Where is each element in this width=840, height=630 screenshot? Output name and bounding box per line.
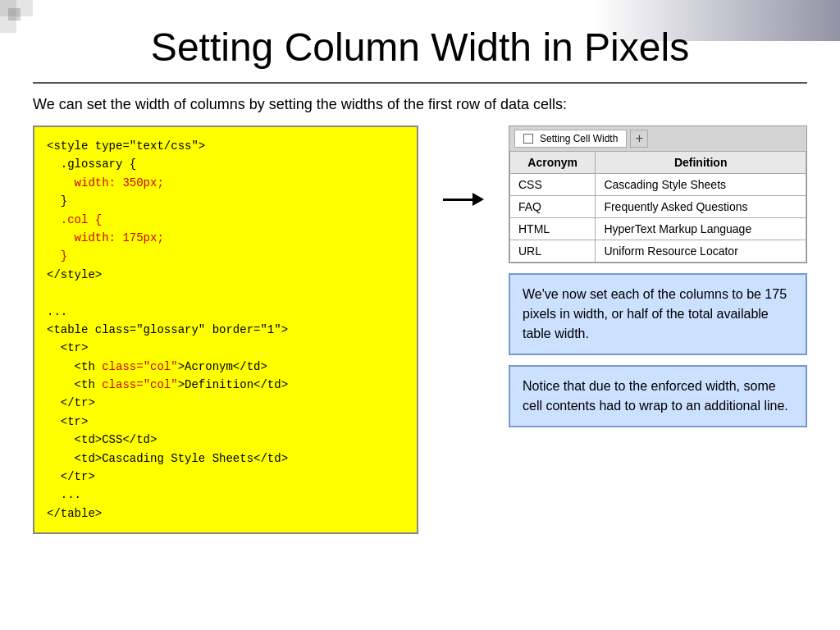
cell-def-faq: Frequently Asked Questions bbox=[596, 196, 806, 218]
code-line-16: <td>CSS</td> bbox=[47, 433, 157, 446]
code-line-13: <th class="col">Definition</td> bbox=[47, 378, 288, 391]
code-line-6: width: 175px; bbox=[47, 231, 164, 244]
page-title: Setting Column Width in Pixels bbox=[33, 16, 807, 70]
cell-def-url: Uniform Resource Locator bbox=[596, 240, 806, 262]
table-row: CSS Cascading Style Sheets bbox=[510, 174, 806, 196]
browser-mockup: Setting Cell Width + Acronym Definition … bbox=[509, 126, 807, 263]
tab-checkbox-icon bbox=[523, 134, 533, 144]
arrow-head bbox=[472, 193, 484, 206]
code-block: <style type="text/css"> .glossary { widt… bbox=[33, 126, 418, 534]
code-line-12: <th class="col">Acronym</td> bbox=[47, 360, 267, 373]
tab-plus-button[interactable]: + bbox=[630, 130, 648, 148]
cell-def-css: Cascading Style Sheets bbox=[596, 174, 806, 196]
right-panel: Setting Cell Width + Acronym Definition … bbox=[509, 126, 807, 427]
info-box-2-text: Notice that due to the enforced width, s… bbox=[523, 379, 788, 413]
code-line-7: } bbox=[47, 249, 67, 262]
cell-acronym-faq: FAQ bbox=[510, 196, 596, 218]
code-line-14: </tr> bbox=[47, 396, 95, 409]
cell-acronym-css: CSS bbox=[510, 174, 596, 196]
code-line-15: <tr> bbox=[47, 415, 88, 428]
code-line-10: <table class="glossary" border="1"> bbox=[47, 323, 288, 336]
code-line-2: .glossary { bbox=[47, 158, 136, 171]
cell-acronym-html: HTML bbox=[510, 218, 596, 240]
code-line-5: .col { bbox=[47, 213, 102, 226]
info-box-2: Notice that due to the enforced width, s… bbox=[509, 365, 807, 427]
code-line-11: <tr> bbox=[47, 341, 88, 354]
browser-tab-bar: Setting Cell Width + bbox=[509, 126, 806, 151]
info-box-1-text: We've now set each of the columns to be … bbox=[523, 287, 787, 340]
code-line-4: } bbox=[47, 194, 67, 208]
intro-text: We can set the width of columns by setti… bbox=[33, 96, 807, 113]
code-line-9: ... bbox=[47, 305, 67, 318]
table-row: HTML HyperText Markup Language bbox=[510, 218, 806, 240]
code-line-1: <style type="text/css"> bbox=[47, 139, 205, 153]
content-area: <style type="text/css"> .glossary { widt… bbox=[33, 126, 807, 534]
glossary-table: Acronym Definition CSS Cascading Style S… bbox=[509, 151, 806, 262]
code-line-19: ... bbox=[47, 488, 81, 501]
arrow-container bbox=[443, 126, 484, 208]
arrow-line bbox=[443, 199, 472, 201]
code-line-20: </table> bbox=[47, 507, 102, 520]
code-line-17: <td>Cascading Style Sheets</td> bbox=[47, 452, 288, 465]
table-row: URL Uniform Resource Locator bbox=[510, 240, 806, 262]
code-line-18: </tr> bbox=[47, 470, 95, 483]
table-row: FAQ Frequently Asked Questions bbox=[510, 196, 806, 218]
info-box-1: We've now set each of the columns to be … bbox=[509, 273, 807, 355]
code-line-8: </style> bbox=[47, 268, 102, 281]
header-definition: Definition bbox=[596, 152, 806, 174]
table-header-row: Acronym Definition bbox=[510, 152, 806, 174]
cell-acronym-url: URL bbox=[510, 240, 596, 262]
browser-tab[interactable]: Setting Cell Width bbox=[514, 130, 627, 148]
tab-label: Setting Cell Width bbox=[540, 133, 618, 144]
code-line-3: width: 350px; bbox=[47, 176, 164, 189]
cell-def-html: HyperText Markup Language bbox=[596, 218, 806, 240]
right-arrow bbox=[443, 191, 484, 208]
header-acronym: Acronym bbox=[510, 152, 596, 174]
title-divider bbox=[33, 82, 807, 84]
